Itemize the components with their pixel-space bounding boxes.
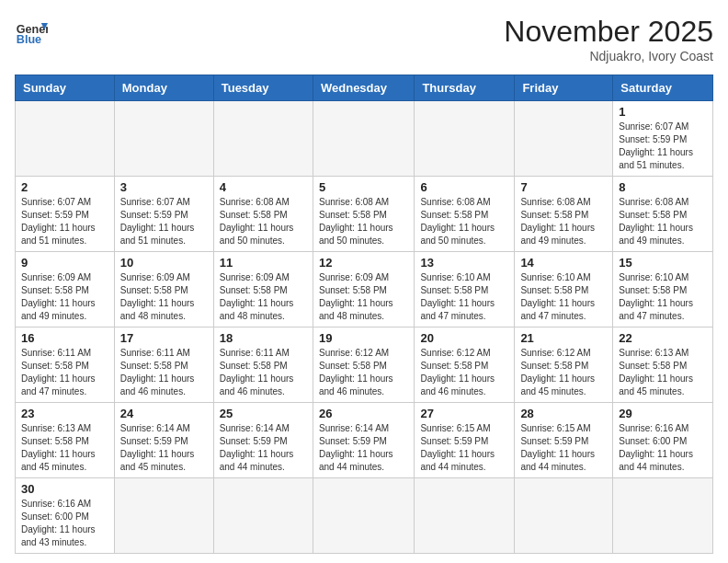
day-info: Sunrise: 6:09 AMSunset: 5:58 PMDaylight:…	[120, 271, 208, 323]
day-info: Sunrise: 6:14 AMSunset: 5:59 PMDaylight:…	[220, 422, 307, 474]
calendar-day-cell	[114, 478, 213, 554]
calendar-day-cell	[415, 101, 515, 177]
calendar-day-cell: 20Sunrise: 6:12 AMSunset: 5:58 PMDayligh…	[415, 327, 515, 403]
day-info: Sunrise: 6:07 AMSunset: 5:59 PMDaylight:…	[619, 121, 707, 172]
day-number: 9	[21, 256, 108, 270]
calendar-day-cell: 11Sunrise: 6:09 AMSunset: 5:58 PMDayligh…	[213, 252, 313, 327]
calendar-day-cell: 9Sunrise: 6:09 AMSunset: 5:58 PMDaylight…	[16, 252, 115, 327]
day-info: Sunrise: 6:14 AMSunset: 5:59 PMDaylight:…	[319, 422, 408, 474]
calendar-day-cell: 7Sunrise: 6:08 AMSunset: 5:58 PMDaylight…	[515, 177, 613, 252]
day-info: Sunrise: 6:08 AMSunset: 5:58 PMDaylight:…	[619, 196, 707, 247]
svg-text:Blue: Blue	[17, 33, 41, 46]
weekday-header-wednesday: Wednesday	[313, 75, 414, 101]
logo-icon: General Blue	[15, 15, 48, 48]
calendar-table: SundayMondayTuesdayWednesdayThursdayFrid…	[15, 75, 713, 554]
calendar-day-cell: 2Sunrise: 6:07 AMSunset: 5:59 PMDaylight…	[16, 177, 115, 252]
calendar-day-cell: 13Sunrise: 6:10 AMSunset: 5:58 PMDayligh…	[415, 252, 515, 327]
day-number: 12	[319, 256, 408, 270]
calendar-day-cell: 3Sunrise: 6:07 AMSunset: 5:59 PMDaylight…	[114, 177, 213, 252]
day-number: 7	[520, 180, 607, 194]
day-number: 3	[120, 180, 208, 194]
month-title: November 2025	[504, 15, 713, 49]
day-info: Sunrise: 6:09 AMSunset: 5:58 PMDaylight:…	[319, 271, 408, 323]
day-info: Sunrise: 6:08 AMSunset: 5:58 PMDaylight:…	[520, 196, 607, 247]
day-number: 19	[319, 331, 408, 345]
calendar-week-row: 1Sunrise: 6:07 AMSunset: 5:59 PMDaylight…	[16, 101, 713, 177]
day-info: Sunrise: 6:08 AMSunset: 5:58 PMDaylight:…	[319, 196, 408, 247]
day-number: 2	[21, 180, 108, 194]
day-info: Sunrise: 6:14 AMSunset: 5:59 PMDaylight:…	[120, 422, 208, 474]
day-info: Sunrise: 6:10 AMSunset: 5:58 PMDaylight:…	[619, 271, 707, 323]
day-number: 10	[120, 256, 208, 270]
title-section: November 2025 Ndjuakro, Ivory Coast	[504, 15, 713, 63]
day-number: 30	[21, 482, 108, 496]
weekday-header-saturday: Saturday	[613, 75, 713, 101]
logo: General Blue	[15, 15, 48, 48]
calendar-day-cell	[313, 101, 414, 177]
day-info: Sunrise: 6:08 AMSunset: 5:58 PMDaylight:…	[220, 196, 307, 247]
calendar-day-cell: 12Sunrise: 6:09 AMSunset: 5:58 PMDayligh…	[313, 252, 414, 327]
calendar-week-row: 9Sunrise: 6:09 AMSunset: 5:58 PMDaylight…	[16, 252, 713, 327]
calendar-day-cell	[213, 478, 313, 554]
day-number: 21	[520, 331, 607, 345]
day-info: Sunrise: 6:15 AMSunset: 5:59 PMDaylight:…	[420, 422, 508, 474]
day-number: 27	[420, 407, 508, 420]
day-number: 5	[319, 180, 408, 194]
day-number: 20	[420, 331, 508, 345]
day-info: Sunrise: 6:08 AMSunset: 5:58 PMDaylight:…	[420, 196, 508, 247]
calendar-day-cell: 10Sunrise: 6:09 AMSunset: 5:58 PMDayligh…	[114, 252, 213, 327]
calendar-day-cell	[415, 478, 515, 554]
day-number: 23	[21, 407, 108, 420]
day-number: 18	[220, 331, 307, 345]
day-number: 8	[619, 180, 707, 194]
calendar-day-cell: 8Sunrise: 6:08 AMSunset: 5:58 PMDaylight…	[613, 177, 713, 252]
day-info: Sunrise: 6:13 AMSunset: 5:58 PMDaylight:…	[619, 347, 707, 398]
day-info: Sunrise: 6:13 AMSunset: 5:58 PMDaylight:…	[21, 422, 108, 474]
weekday-header-tuesday: Tuesday	[213, 75, 313, 101]
day-number: 15	[619, 256, 707, 270]
calendar-day-cell	[16, 101, 115, 177]
calendar-day-cell: 14Sunrise: 6:10 AMSunset: 5:58 PMDayligh…	[515, 252, 613, 327]
day-info: Sunrise: 6:09 AMSunset: 5:58 PMDaylight:…	[21, 271, 108, 323]
day-number: 14	[520, 256, 607, 270]
day-number: 16	[21, 331, 108, 345]
weekday-header-thursday: Thursday	[415, 75, 515, 101]
day-number: 11	[220, 256, 307, 270]
weekday-header-sunday: Sunday	[16, 75, 115, 101]
calendar-day-cell: 16Sunrise: 6:11 AMSunset: 5:58 PMDayligh…	[16, 327, 115, 403]
calendar-day-cell	[313, 478, 414, 554]
day-info: Sunrise: 6:11 AMSunset: 5:58 PMDaylight:…	[220, 347, 307, 398]
calendar-day-cell	[515, 478, 613, 554]
day-info: Sunrise: 6:09 AMSunset: 5:58 PMDaylight:…	[220, 271, 307, 323]
day-number: 13	[420, 256, 508, 270]
day-number: 25	[220, 407, 307, 420]
day-number: 29	[619, 407, 707, 420]
calendar-day-cell: 17Sunrise: 6:11 AMSunset: 5:58 PMDayligh…	[114, 327, 213, 403]
calendar-day-cell: 30Sunrise: 6:16 AMSunset: 6:00 PMDayligh…	[16, 478, 115, 554]
calendar-day-cell: 21Sunrise: 6:12 AMSunset: 5:58 PMDayligh…	[515, 327, 613, 403]
calendar-week-row: 2Sunrise: 6:07 AMSunset: 5:59 PMDaylight…	[16, 177, 713, 252]
calendar-day-cell: 15Sunrise: 6:10 AMSunset: 5:58 PMDayligh…	[613, 252, 713, 327]
calendar-day-cell: 6Sunrise: 6:08 AMSunset: 5:58 PMDaylight…	[415, 177, 515, 252]
calendar-week-row: 16Sunrise: 6:11 AMSunset: 5:58 PMDayligh…	[16, 327, 713, 403]
day-info: Sunrise: 6:11 AMSunset: 5:58 PMDaylight:…	[21, 347, 108, 398]
calendar-day-cell: 1Sunrise: 6:07 AMSunset: 5:59 PMDaylight…	[613, 101, 713, 177]
day-number: 24	[120, 407, 208, 420]
calendar-day-cell: 4Sunrise: 6:08 AMSunset: 5:58 PMDaylight…	[213, 177, 313, 252]
day-info: Sunrise: 6:12 AMSunset: 5:58 PMDaylight:…	[520, 347, 607, 398]
calendar-day-cell: 26Sunrise: 6:14 AMSunset: 5:59 PMDayligh…	[313, 403, 414, 478]
calendar-day-cell	[613, 478, 713, 554]
location: Ndjuakro, Ivory Coast	[504, 49, 713, 63]
page-header: General Blue November 2025 Ndjuakro, Ivo…	[15, 15, 713, 63]
weekday-header-friday: Friday	[515, 75, 613, 101]
calendar-day-cell: 23Sunrise: 6:13 AMSunset: 5:58 PMDayligh…	[16, 403, 115, 478]
calendar-day-cell: 19Sunrise: 6:12 AMSunset: 5:58 PMDayligh…	[313, 327, 414, 403]
calendar-day-cell: 22Sunrise: 6:13 AMSunset: 5:58 PMDayligh…	[613, 327, 713, 403]
day-number: 28	[520, 407, 607, 420]
day-number: 1	[619, 105, 707, 119]
day-info: Sunrise: 6:07 AMSunset: 5:59 PMDaylight:…	[120, 196, 208, 247]
calendar-week-row: 30Sunrise: 6:16 AMSunset: 6:00 PMDayligh…	[16, 478, 713, 554]
calendar-week-row: 23Sunrise: 6:13 AMSunset: 5:58 PMDayligh…	[16, 403, 713, 478]
day-info: Sunrise: 6:12 AMSunset: 5:58 PMDaylight:…	[420, 347, 508, 398]
calendar-day-cell: 25Sunrise: 6:14 AMSunset: 5:59 PMDayligh…	[213, 403, 313, 478]
